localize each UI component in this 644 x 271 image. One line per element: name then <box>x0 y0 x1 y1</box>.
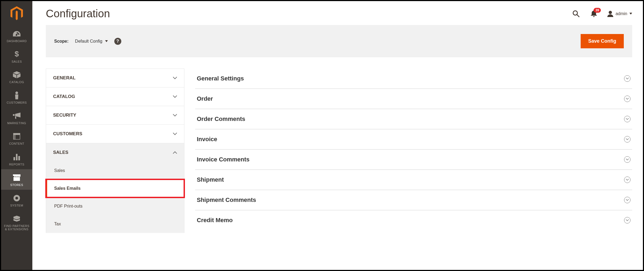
nav-label: CUSTOMERS <box>7 101 27 104</box>
nav-sales[interactable]: $ SALES <box>1 46 32 66</box>
notifications-badge: 39 <box>594 8 601 13</box>
admin-left-nav: DASHBOARD $ SALES CATALOG CUSTOMERS MARK… <box>1 1 32 270</box>
dollar-icon: $ <box>13 50 21 58</box>
search-icon <box>572 10 580 18</box>
partners-icon <box>13 215 21 223</box>
tab-sales-subitems: Sales Sales Emails PDF Print-outs Tax <box>46 162 184 233</box>
gear-icon <box>13 194 21 202</box>
nav-content[interactable]: CONTENT <box>1 128 32 148</box>
section-credit-memo[interactable]: Credit Memo <box>195 210 632 230</box>
chevron-up-icon <box>173 151 177 154</box>
section-title: General Settings <box>197 75 244 82</box>
expand-icon <box>624 197 631 203</box>
tab-label: CUSTOMERS <box>53 131 82 137</box>
section-shipment[interactable]: Shipment <box>195 170 632 190</box>
user-menu[interactable]: admin <box>607 11 632 17</box>
chevron-down-icon <box>173 77 177 79</box>
section-title: Invoice <box>197 136 217 143</box>
expand-icon <box>624 96 631 102</box>
section-title: Shipment <box>197 176 224 183</box>
nav-catalog[interactable]: CATALOG <box>1 66 32 87</box>
chevron-down-icon <box>173 95 177 98</box>
expand-icon <box>624 136 631 143</box>
nav-label: CONTENT <box>9 142 25 145</box>
tab-label: CATALOG <box>53 94 75 99</box>
section-order[interactable]: Order <box>195 89 632 109</box>
user-icon <box>607 11 613 17</box>
section-title: Credit Memo <box>197 217 233 224</box>
nav-label: REPORTS <box>9 163 24 166</box>
section-title: Order <box>197 95 213 102</box>
svg-text:$: $ <box>15 50 19 58</box>
megaphone-icon <box>13 112 21 120</box>
subtab-sales[interactable]: Sales <box>46 162 184 179</box>
subtab-sales-emails[interactable]: Sales Emails <box>46 179 184 197</box>
store-icon <box>13 174 21 182</box>
section-invoice-comments[interactable]: Invoice Comments <box>195 150 632 170</box>
expand-icon <box>624 116 631 122</box>
expand-icon <box>624 217 631 223</box>
svg-point-12 <box>609 11 612 14</box>
tab-customers[interactable]: CUSTOMERS <box>46 124 184 143</box>
layout-icon <box>13 132 21 140</box>
nav-stores[interactable]: STORES <box>1 169 32 190</box>
section-shipment-comments[interactable]: Shipment Comments <box>195 190 632 210</box>
svg-point-10 <box>573 11 577 15</box>
tab-sales[interactable]: SALES <box>46 143 184 162</box>
person-icon <box>13 91 21 99</box>
section-order-comments[interactable]: Order Comments <box>195 109 632 129</box>
chevron-down-icon <box>173 133 177 135</box>
notifications-button[interactable]: 39 <box>590 9 598 18</box>
expand-icon <box>624 75 631 82</box>
scope-selector[interactable]: Default Config <box>75 39 108 44</box>
section-general-settings[interactable]: General Settings <box>195 69 632 89</box>
nav-label: SALES <box>12 60 22 63</box>
nav-reports[interactable]: REPORTS <box>1 149 32 169</box>
dashboard-icon <box>13 30 21 38</box>
section-title: Shipment Comments <box>197 197 256 204</box>
box-icon <box>13 71 21 79</box>
bars-icon <box>13 153 21 161</box>
subtab-tax[interactable]: Tax <box>46 215 184 233</box>
nav-label: STORES <box>10 183 23 187</box>
chevron-down-icon <box>173 114 177 117</box>
tab-label: SALES <box>53 150 68 155</box>
tab-catalog[interactable]: CATALOG <box>46 87 184 106</box>
section-title: Invoice Comments <box>197 156 250 163</box>
nav-label: MARKETING <box>7 121 26 125</box>
nav-marketing[interactable]: MARKETING <box>1 107 32 128</box>
subtab-pdf-printouts[interactable]: PDF Print-outs <box>46 197 184 215</box>
scope-help[interactable]: ? <box>114 38 121 45</box>
section-invoice[interactable]: Invoice <box>195 129 632 150</box>
expand-icon <box>624 156 631 163</box>
nav-label: DASHBOARD <box>7 39 27 43</box>
svg-line-11 <box>577 15 579 17</box>
settings-panel: General Settings Order Order Comments In… <box>184 69 632 233</box>
svg-rect-6 <box>16 154 18 160</box>
svg-point-1 <box>15 92 18 94</box>
tab-label: SECURITY <box>53 113 76 118</box>
svg-rect-7 <box>18 156 20 160</box>
save-config-button[interactable]: Save Config <box>581 34 624 48</box>
nav-dashboard[interactable]: DASHBOARD <box>1 25 32 46</box>
caret-down-icon <box>629 13 632 15</box>
magento-logo[interactable] <box>1 1 32 25</box>
svg-rect-4 <box>13 135 16 140</box>
nav-label: SYSTEM <box>10 204 23 207</box>
config-tabs-sidebar: GENERAL CATALOG SECURITY CUSTOMERS SALES <box>46 69 184 233</box>
scope-value: Default Config <box>75 39 102 44</box>
svg-rect-5 <box>13 157 15 160</box>
expand-icon <box>624 177 631 183</box>
nav-partners[interactable]: FIND PARTNERS & EXTENSIONS <box>1 210 32 234</box>
search-button[interactable] <box>572 9 580 18</box>
tab-general[interactable]: GENERAL <box>46 69 184 87</box>
tab-label: GENERAL <box>53 75 75 81</box>
page-title: Configuration <box>46 8 110 20</box>
caret-down-icon <box>105 40 108 42</box>
nav-label: CATALOG <box>9 80 24 84</box>
user-label: admin <box>615 11 627 16</box>
svg-rect-3 <box>13 133 20 135</box>
tab-security[interactable]: SECURITY <box>46 106 184 124</box>
nav-customers[interactable]: CUSTOMERS <box>1 87 32 107</box>
nav-system[interactable]: SYSTEM <box>1 190 32 210</box>
